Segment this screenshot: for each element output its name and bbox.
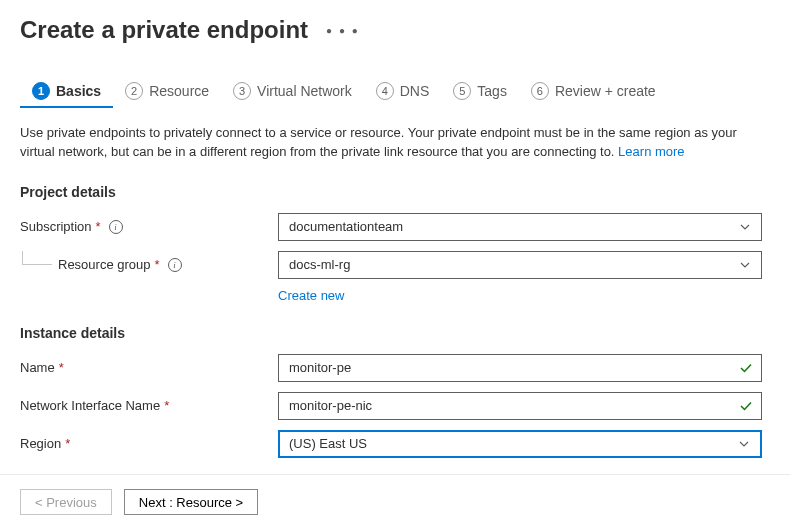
- chevron-down-icon: [738, 438, 750, 450]
- tab-number: 3: [233, 82, 251, 100]
- nic-name-label: Network Interface Name: [20, 398, 160, 413]
- learn-more-link[interactable]: Learn more: [618, 144, 684, 159]
- resource-group-select[interactable]: docs-ml-rg: [278, 251, 762, 279]
- tab-number: 1: [32, 82, 50, 100]
- required-indicator: *: [59, 360, 64, 375]
- page-title: Create a private endpoint: [20, 16, 308, 44]
- previous-button[interactable]: < Previous: [20, 489, 112, 515]
- resource-group-label: Resource group: [58, 257, 151, 272]
- required-indicator: *: [164, 398, 169, 413]
- tab-label: Tags: [477, 83, 507, 99]
- valid-check-icon: [739, 361, 753, 375]
- tab-basics[interactable]: 1 Basics: [20, 74, 113, 108]
- tab-number: 6: [531, 82, 549, 100]
- tab-number: 2: [125, 82, 143, 100]
- resource-group-value: docs-ml-rg: [289, 257, 350, 272]
- info-icon[interactable]: i: [168, 258, 182, 272]
- tab-label: Review + create: [555, 83, 656, 99]
- subscription-value: documentationteam: [289, 219, 403, 234]
- subscription-label: Subscription: [20, 219, 92, 234]
- tab-review-create[interactable]: 6 Review + create: [519, 74, 668, 108]
- tab-dns[interactable]: 4 DNS: [364, 74, 442, 108]
- subscription-select[interactable]: documentationteam: [278, 213, 762, 241]
- project-details-heading: Project details: [0, 162, 790, 208]
- instance-details-heading: Instance details: [0, 303, 790, 349]
- tab-label: Virtual Network: [257, 83, 352, 99]
- region-select[interactable]: (US) East US: [278, 430, 762, 458]
- tab-label: Basics: [56, 83, 101, 99]
- nic-name-value: monitor-pe-nic: [289, 398, 372, 413]
- valid-check-icon: [739, 399, 753, 413]
- wizard-footer: < Previous Next : Resource >: [0, 474, 790, 528]
- nic-name-input[interactable]: monitor-pe-nic: [278, 392, 762, 420]
- required-indicator: *: [65, 436, 70, 451]
- tab-label: DNS: [400, 83, 430, 99]
- next-button[interactable]: Next : Resource >: [124, 489, 258, 515]
- required-indicator: *: [96, 219, 101, 234]
- tab-number: 5: [453, 82, 471, 100]
- required-indicator: *: [155, 257, 160, 272]
- chevron-down-icon: [739, 221, 751, 233]
- region-value: (US) East US: [289, 436, 367, 451]
- name-label: Name: [20, 360, 55, 375]
- wizard-tabs: 1 Basics 2 Resource 3 Virtual Network 4 …: [0, 44, 790, 108]
- tab-resource[interactable]: 2 Resource: [113, 74, 221, 108]
- more-actions-icon[interactable]: ● ● ●: [326, 25, 360, 36]
- tab-virtual-network[interactable]: 3 Virtual Network: [221, 74, 364, 108]
- tab-label: Resource: [149, 83, 209, 99]
- info-icon[interactable]: i: [109, 220, 123, 234]
- description-text: Use private endpoints to privately conne…: [0, 108, 790, 162]
- region-label: Region: [20, 436, 61, 451]
- name-input[interactable]: monitor-pe: [278, 354, 762, 382]
- chevron-down-icon: [739, 259, 751, 271]
- tab-number: 4: [376, 82, 394, 100]
- name-value: monitor-pe: [289, 360, 351, 375]
- indent-bracket: [22, 251, 52, 265]
- tab-tags[interactable]: 5 Tags: [441, 74, 519, 108]
- create-new-link[interactable]: Create new: [0, 284, 790, 303]
